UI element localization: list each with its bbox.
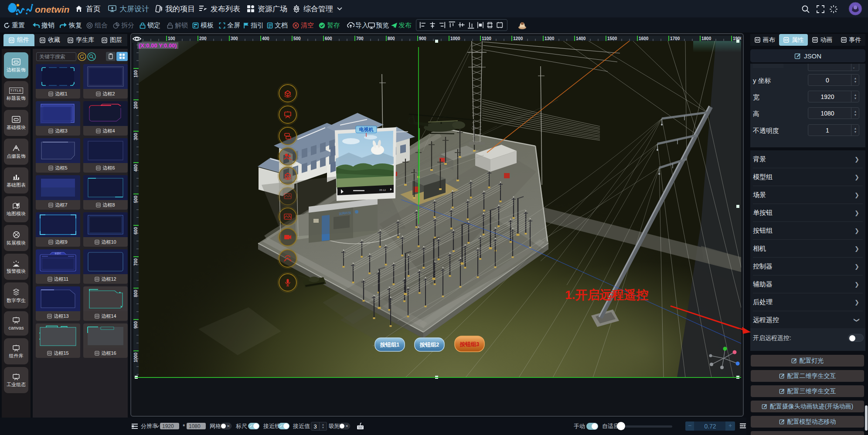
svg-text:标题栏: 标题栏: [54, 252, 61, 255]
svg-text:05:12: 05:12: [379, 189, 386, 191]
svg-text:1700: 1700: [670, 36, 680, 41]
svg-text:1200: 1200: [513, 36, 523, 41]
svg-text:电视机: 电视机: [359, 127, 374, 132]
svg-text:1100: 1100: [482, 36, 491, 41]
svg-text:1.开启远程遥控: 1.开启远程遥控: [565, 288, 648, 302]
svg-text:按钮组1: 按钮组1: [380, 342, 400, 348]
svg-text:按钮组3: 按钮组3: [460, 341, 480, 347]
svg-text:1600: 1600: [639, 36, 649, 41]
svg-text:onetwin: onetwin: [35, 4, 69, 14]
svg-text:1400: 1400: [576, 36, 586, 41]
svg-text:按钮组2: 按钮组2: [419, 342, 439, 348]
svg-text:1500: 1500: [607, 36, 617, 41]
svg-text:1300: 1300: [545, 36, 555, 41]
svg-text:1000: 1000: [450, 36, 460, 41]
svg-text:1000: 1000: [133, 353, 138, 363]
svg-text:1800: 1800: [701, 36, 711, 41]
